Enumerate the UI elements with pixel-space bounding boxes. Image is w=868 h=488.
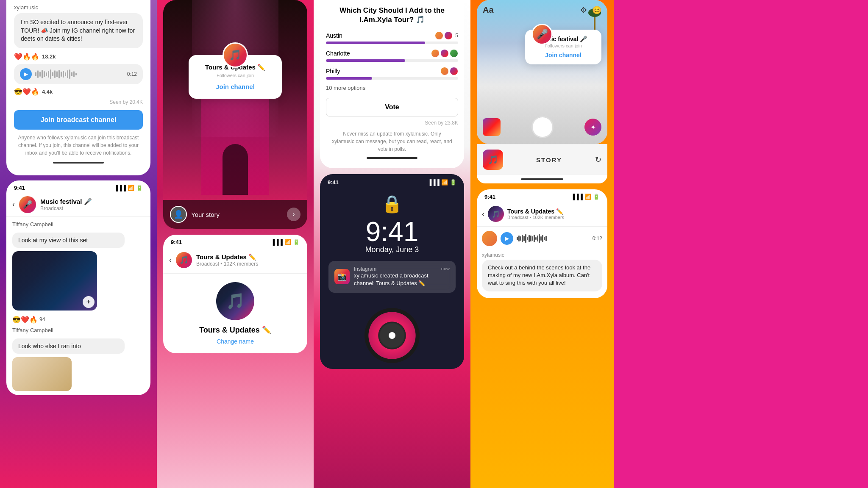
count-1: 94: [39, 316, 45, 322]
message-2: Look who else I ran into: [12, 338, 125, 354]
seen-count: Seen by 23.8K: [425, 120, 458, 126]
camera-bottom-controls: ✦: [477, 110, 607, 144]
photo-overlay: ✈: [83, 296, 95, 308]
status-icons: ▐▐▐ 📶 🔋: [114, 185, 143, 191]
chat-messages: Tiffany Campbell Look at my view of this…: [6, 217, 150, 395]
never-miss-text: Never miss an update from xylamusic. Onl…: [326, 126, 458, 157]
play-button[interactable]: ▶: [20, 68, 32, 80]
lock-time-large: 9:41: [366, 218, 419, 245]
story-thumbnail[interactable]: 🎵: [483, 150, 503, 170]
waveform-2: [517, 234, 589, 243]
charlotte-bar-fill: [326, 59, 405, 62]
shutter-button[interactable]: [531, 116, 554, 138]
photo-message: ✈: [12, 251, 97, 311]
bottom-phone-col2: 9:41 ▐▐▐ 📶 🔋 ‹ 🎵 Tours & Updates ✏️ Broa…: [163, 235, 307, 353]
aa-text: Aa: [483, 5, 494, 15]
camera-phone: Aa ⚙ 😊 🎤 Music festival 🎤 Followers can …: [477, 0, 607, 144]
audio-bubble: ▶: [14, 64, 143, 84]
time-display: 9:41: [14, 185, 25, 191]
back-button[interactable]: ‹: [12, 200, 15, 209]
story-arrow[interactable]: ›: [287, 208, 300, 221]
waveform: [35, 69, 124, 79]
notif-app-icon: 📸: [334, 269, 350, 284]
tu-channel-name: Tours & Updates ✏️: [507, 208, 564, 215]
camera-overlay: Aa ⚙ 😊 🎤 Music festival 🎤 Followers can …: [477, 0, 607, 144]
change-name-link[interactable]: Change name: [217, 338, 254, 345]
join-description: Anyone who follows xylamusic can join th…: [14, 134, 143, 157]
story-label: Your story: [191, 211, 283, 218]
sender-username: xylamusic: [482, 252, 602, 258]
settings-icon[interactable]: ⚙: [580, 6, 587, 15]
sticker-icon[interactable]: 😊: [592, 6, 601, 15]
text-message-4: Check out a behind the scenes look at th…: [482, 260, 602, 291]
lock-screen-phone: 9:41 ▐▐▐ 📶 🔋 🔒 9:41 Monday, June 3 📸 Ins…: [320, 174, 464, 369]
column-2: 🎵 Tours & Updates ✏️ Followers can join …: [157, 0, 314, 488]
lock-icon: 🔒: [381, 194, 403, 214]
channel-avatar: 🎤: [19, 196, 36, 213]
poll-title: Which City Should I Add to the I.Am.Xyla…: [326, 6, 458, 25]
audio-sender-avatar: [482, 231, 497, 246]
hero-channel-name: Tours & Updates ✏️: [199, 325, 271, 335]
refresh-icon[interactable]: ↻: [595, 155, 601, 164]
vote-button[interactable]: Vote: [326, 98, 458, 116]
audio-duration-4: 0:12: [593, 236, 602, 241]
poll-card: Which City Should I Add to the I.Am.Xyla…: [320, 0, 464, 168]
seen-text: Seen by 20.4K: [14, 99, 143, 105]
audio-duration: 0:12: [127, 71, 137, 77]
story-bar: 👤 Your story ›: [163, 200, 307, 229]
join-channel-link[interactable]: Join channel: [197, 83, 273, 90]
audio-reaction-row: 😎❤️🔥 4.4k: [14, 88, 143, 96]
tu-channel-meta: Broadcast • 102K members: [507, 215, 564, 220]
broadcast-avatar: 🎵: [176, 252, 192, 268]
status-bar: 9:41 ▐▐▐ 📶 🔋: [6, 180, 150, 193]
notif-time: now: [441, 266, 450, 272]
lock-status-bar: 9:41 ▐▐▐ 📶 🔋: [320, 174, 464, 186]
message-bubble: I'm SO excited to announce my first-ever…: [14, 13, 143, 48]
philly-label: Philly: [326, 68, 340, 75]
home-indicator-3: [521, 178, 563, 180]
seen-row: Seen by 23.8K: [326, 120, 458, 126]
tu-avatar: 🎵: [488, 206, 504, 222]
story-bar-bottom: 🎵 STORY ↻: [477, 144, 607, 175]
reaction-count: 18.2k: [42, 53, 56, 60]
broadcast-channel-meta: Broadcast • 102K members: [196, 261, 301, 267]
reaction-emojis: ❤️🔥🔥: [14, 53, 39, 61]
channel-name: Music festival 🎤: [40, 198, 92, 205]
broadcast-channel-name: Tours & Updates ✏️: [196, 253, 301, 261]
charlotte-label: Charlotte: [326, 50, 350, 57]
photo-message-2: [12, 357, 72, 391]
chat-phone-col4: 9:41 ▐▐▐ 📶 🔋 ‹ 🎵 Tours & Updates ✏️ Broa…: [477, 189, 607, 298]
filter-button[interactable]: ✦: [584, 119, 601, 136]
hero-avatar: 🎵: [216, 282, 254, 320]
channel-top-avatar: 🎵: [223, 42, 248, 68]
sender-name-2: Tiffany Campbell: [12, 327, 145, 333]
channel-type: Broadcast: [40, 205, 92, 211]
concert-background: [163, 0, 307, 229]
charlotte-bar-bg: [326, 59, 458, 62]
austin-count: 5: [455, 33, 458, 39]
status-bar-4: 9:41 ▐▐▐ 📶 🔋: [477, 189, 607, 202]
austin-bar-bg: [326, 42, 458, 44]
poll-option-philly: Philly: [326, 67, 458, 80]
card-join-link[interactable]: Join channel: [532, 52, 595, 58]
gallery-thumb[interactable]: [483, 118, 501, 136]
chat-header: ‹ 🎤 Music festival 🎤 Broadcast: [6, 193, 150, 217]
bottom-card-col1: 9:41 ▐▐▐ 📶 🔋 ‹ 🎤 Music festival 🎤 Broadc…: [6, 180, 150, 395]
join-broadcast-button[interactable]: Join broadcast channel: [14, 110, 143, 130]
home-indicator-2: [367, 157, 417, 159]
broadcast-header: ‹ 🎵 Tours & Updates ✏️ Broadcast • 102K …: [163, 247, 307, 274]
audio-play-btn[interactable]: ▶: [501, 232, 513, 245]
column-4: Aa ⚙ 😊 🎤 Music festival 🎤 Followers can …: [470, 0, 614, 488]
username-label: xylamusic: [14, 4, 143, 11]
back-btn-2[interactable]: ‹: [169, 256, 172, 265]
audio-reaction-emojis: 😎❤️🔥: [14, 88, 39, 96]
vinyl-center: [389, 332, 395, 339]
column-3: Which City Should I Add to the I.Am.Xyla…: [314, 0, 470, 488]
back-btn-4[interactable]: ‹: [482, 210, 484, 219]
camera-top-bar: Aa ⚙ 😊: [477, 0, 607, 20]
notif-text: xylamusic created a broadcast channel: T…: [354, 272, 450, 287]
poll-option-charlotte: Charlotte: [326, 49, 458, 62]
top-center-avatar: 🎤: [531, 24, 553, 45]
followers-can-join-text: Followers can join: [197, 73, 273, 78]
reaction-row: ❤️🔥🔥 18.2k: [14, 53, 143, 61]
